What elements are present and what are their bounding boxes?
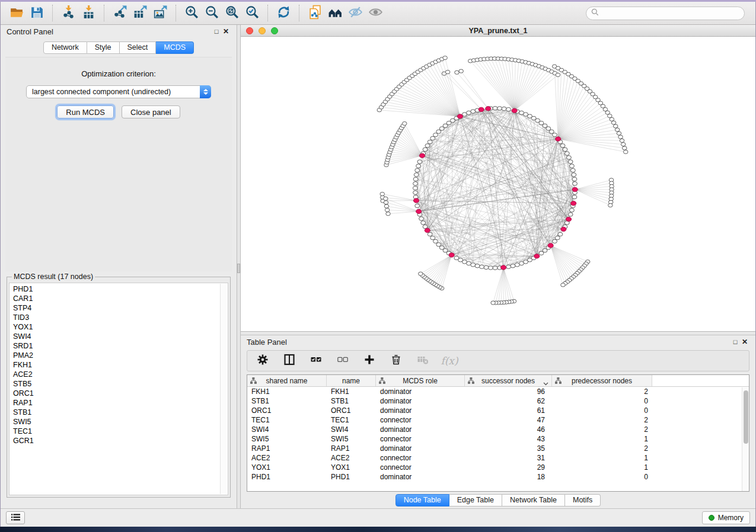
network-node[interactable] [539, 251, 544, 255]
mcds-result-item[interactable]: STP4 [13, 303, 228, 313]
float-table-panel-icon[interactable]: □ [731, 338, 740, 345]
export-table-button[interactable] [130, 4, 150, 22]
network-node[interactable] [402, 121, 407, 125]
network-node[interactable] [560, 144, 565, 148]
network-node[interactable] [617, 132, 621, 135]
mcds-result-item[interactable]: STB5 [13, 379, 228, 389]
network-node[interactable] [384, 201, 388, 204]
save-session-button[interactable] [27, 4, 47, 22]
cell-successor-nodes[interactable]: 43 [465, 434, 552, 444]
mcds-result-item[interactable]: ACE2 [13, 370, 228, 379]
cell-name[interactable]: SWI5 [327, 434, 376, 444]
table-scrollbar-thumb[interactable] [744, 390, 748, 444]
network-node[interactable] [417, 160, 422, 164]
function-builder-button[interactable]: f(x) [442, 354, 457, 368]
network-node[interactable] [416, 164, 421, 168]
table-row[interactable]: ORC1ORC1dominator610 [247, 406, 749, 415]
network-node[interactable] [419, 217, 424, 220]
network-node[interactable] [610, 117, 614, 121]
network-node[interactable] [552, 239, 557, 243]
network-node[interactable] [556, 73, 560, 76]
mcds-dominator-node[interactable] [416, 209, 422, 213]
network-node[interactable] [558, 232, 563, 236]
network-node[interactable] [615, 128, 620, 132]
network-node[interactable] [566, 156, 571, 159]
network-node[interactable] [430, 136, 435, 140]
cell-name[interactable]: STB1 [327, 396, 376, 406]
network-node[interactable] [415, 168, 420, 172]
table-row[interactable]: STB1STB1dominator620 [247, 396, 749, 406]
mcds-dominator-node[interactable] [512, 108, 517, 113]
cell-mcds-role[interactable]: dominator [376, 406, 465, 415]
cell-shared-name[interactable]: TEC1 [247, 415, 327, 425]
network-node[interactable] [568, 213, 573, 216]
tab-motifs[interactable]: Motifs [565, 494, 601, 507]
mcds-result-item[interactable]: PMA2 [13, 351, 228, 360]
column-header-mcds-role[interactable]: MCDS role [376, 375, 465, 386]
network-node[interactable] [502, 107, 506, 110]
export-image-button[interactable] [150, 4, 170, 22]
mcds-dominator-node[interactable] [571, 201, 576, 206]
network-node[interactable] [413, 191, 418, 194]
cell-name[interactable]: ORC1 [327, 406, 376, 415]
column-header-successor-nodes[interactable]: successor nodes [465, 375, 552, 386]
cell-successor-nodes[interactable]: 31 [465, 453, 552, 463]
export-network-button[interactable] [110, 4, 130, 22]
cell-shared-name[interactable]: STB1 [247, 396, 327, 406]
search-input[interactable] [602, 9, 739, 17]
cell-shared-name[interactable]: ORC1 [247, 406, 327, 415]
cell-predecessor-nodes[interactable]: 2 [552, 425, 652, 434]
deselect-all-columns-button[interactable] [336, 354, 350, 368]
cell-shared-name[interactable]: PHD1 [247, 472, 327, 482]
network-node[interactable] [497, 107, 502, 110]
table-row[interactable]: FKH1FKH1dominator962 [247, 387, 749, 396]
cell-successor-nodes[interactable]: 29 [465, 463, 552, 472]
network-view-titlebar[interactable]: YPA_prune.txt_1 [241, 25, 755, 37]
cell-shared-name[interactable]: ACE2 [247, 453, 327, 463]
network-node[interactable] [454, 256, 459, 259]
tab-select[interactable]: Select [120, 41, 157, 54]
network-node[interactable] [621, 143, 626, 146]
network-node[interactable] [623, 146, 627, 150]
cell-mcds-role[interactable]: dominator [376, 472, 465, 482]
tab-network[interactable]: Network [43, 41, 87, 54]
cell-predecessor-nodes[interactable]: 2 [552, 444, 652, 453]
network-node[interactable] [611, 121, 616, 124]
table-settings-button[interactable] [256, 354, 270, 368]
cell-successor-nodes[interactable]: 62 [465, 396, 552, 406]
network-node[interactable] [607, 114, 612, 118]
cell-successor-nodes[interactable]: 61 [465, 406, 552, 415]
mcds-dominator-node[interactable] [556, 137, 561, 141]
mcds-dominator-node[interactable] [572, 187, 578, 191]
mcds-result-item[interactable]: FKH1 [13, 360, 228, 370]
network-node[interactable] [563, 148, 567, 151]
mcds-result-item[interactable]: TEC1 [13, 427, 228, 436]
network-node[interactable] [561, 283, 566, 287]
network-node[interactable] [386, 212, 391, 216]
cell-shared-name[interactable]: SWI4 [247, 425, 327, 434]
network-node[interactable] [413, 177, 418, 181]
mcds-dominator-node[interactable] [425, 228, 430, 232]
mcds-result-item[interactable]: TID3 [13, 313, 228, 322]
cell-predecessor-nodes[interactable]: 2 [552, 415, 652, 425]
first-neighbors-button[interactable] [325, 4, 345, 22]
mcds-dominator-node[interactable] [449, 253, 454, 257]
zoom-fit-button[interactable] [222, 4, 242, 22]
mcds-dominator-node[interactable] [566, 217, 571, 221]
mcds-result-item[interactable]: SWI5 [13, 417, 228, 427]
network-node[interactable] [484, 265, 489, 269]
cell-shared-name[interactable]: YOX1 [247, 463, 327, 472]
network-node[interactable] [445, 70, 450, 73]
tab-style[interactable]: Style [87, 41, 120, 54]
cell-mcds-role[interactable]: dominator [376, 444, 465, 453]
column-header-predecessor-nodes[interactable]: predecessor nodes [552, 375, 652, 386]
network-node[interactable] [415, 204, 420, 207]
zoom-selected-button[interactable] [242, 4, 262, 22]
network-node[interactable] [511, 264, 515, 268]
mcds-result-item[interactable]: GCR1 [13, 436, 228, 446]
network-node[interactable] [425, 144, 430, 148]
network-node[interactable] [488, 266, 493, 270]
select-all-columns-button[interactable] [309, 354, 323, 368]
network-node[interactable] [475, 264, 480, 268]
cell-mcds-role[interactable]: connector [376, 415, 465, 425]
